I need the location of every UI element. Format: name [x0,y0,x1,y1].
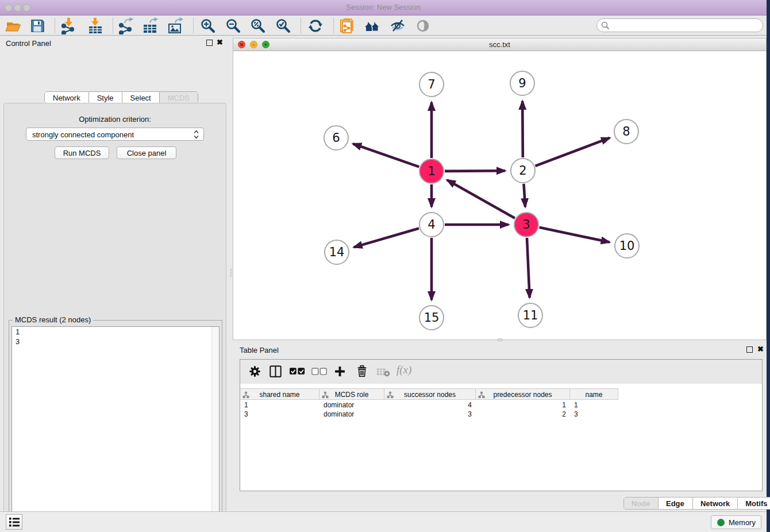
cell-successor_nodes[interactable]: 4 [384,400,476,410]
export-table-icon[interactable] [141,17,159,34]
edge-2-9[interactable] [522,101,523,157]
show-all-icon[interactable] [414,17,432,34]
cell-predecessor_nodes[interactable]: 1 [476,400,570,410]
result-scrollbar[interactable] [211,327,219,532]
cell-successor_nodes[interactable]: 3 [384,410,476,419]
mcds-result-textarea[interactable]: 13 [11,326,220,532]
table-close-icon[interactable]: ✖ [757,345,764,353]
memory-button[interactable]: Memory [711,515,761,529]
tab-network[interactable]: Network [45,92,89,103]
close-panel-icon[interactable]: ✖ [217,38,223,47]
graph-node-11[interactable]: 11 [518,303,542,327]
open-session-icon[interactable] [5,17,22,34]
hide-selected-icon[interactable] [389,17,406,34]
graph-node-4[interactable]: 4 [419,213,444,237]
cell-name[interactable]: 1 [570,400,618,410]
control-panel-tabs: NetworkStyleSelectMCDS [44,91,198,103]
horizontal-splitter-handle[interactable] [498,338,502,341]
optimization-criterion-dropdown[interactable]: strongly connected component [26,128,204,141]
column-header-shared_name[interactable]: shared name [240,389,319,399]
edge-3-10[interactable] [540,228,610,242]
cell-mcds_role[interactable]: dominator [319,410,384,419]
delete-table-icon[interactable] [376,368,390,379]
graph-node-7[interactable]: 7 [419,72,444,97]
close-panel-button[interactable]: Close panel [117,147,176,159]
graph-node-15[interactable]: 15 [419,306,444,330]
cell-shared_name[interactable]: 1 [240,400,319,410]
graph-node-10[interactable]: 10 [615,234,639,258]
cell-name[interactable]: 3 [570,410,618,419]
edge-3-1[interactable] [447,180,515,218]
split-columns-icon[interactable] [269,365,282,380]
mcds-tab-content: Optimization criterion: strongly connect… [3,103,226,532]
edge-3-11[interactable] [527,238,530,298]
add-column-icon[interactable] [333,365,346,380]
clone-network-icon[interactable] [339,17,356,34]
import-network-icon[interactable] [59,17,76,34]
tab-node-table[interactable]: Node Table [624,498,659,509]
edge-2-3[interactable] [523,184,525,207]
graph-node-9[interactable]: 9 [510,71,534,95]
column-header-predecessor_nodes[interactable]: predecessor nodes [476,389,570,399]
table-float-icon[interactable] [746,346,753,353]
edge-1-2[interactable] [445,171,505,171]
home-network-icon[interactable] [364,17,381,34]
zoom-out-icon[interactable] [225,17,242,34]
tab-mcds[interactable]: MCDS [160,92,198,103]
export-image-icon[interactable] [167,17,184,34]
column-header-successor_nodes[interactable]: successor nodes [384,389,476,399]
table-panel: Table Panel ✖ [233,342,767,511]
graph-node-14[interactable]: 14 [325,240,349,264]
edge-4-14[interactable] [354,228,419,247]
toolbar-separator [301,18,301,33]
column-header-mcds_role[interactable]: MCDS role [319,389,384,399]
edge-2-8[interactable] [536,138,610,166]
table-row[interactable]: 3dominator323 [240,410,618,419]
dropdown-value: strongly connected component [32,130,134,139]
graph-node-8[interactable]: 8 [614,119,638,144]
run-mcds-button[interactable]: Run MCDS [55,147,109,159]
network-view-window: ✕ − + scc.txt 7968124314101511 [233,38,767,340]
graph-node-6[interactable]: 6 [324,126,348,150]
tab-motifs[interactable]: Motifs [738,498,770,509]
tab-style[interactable]: Style [89,92,122,103]
search-icon [601,21,610,30]
function-builder-icon[interactable]: f(x) [396,364,411,376]
import-table-icon[interactable] [87,17,104,34]
graph-node-1[interactable]: 1 [419,159,444,183]
network-window-title: scc.txt [233,40,766,49]
zoom-selected-icon[interactable] [275,17,292,34]
dropdown-stepper-icon [194,129,199,142]
cell-mcds_role[interactable]: dominator [319,400,384,410]
svg-text:11: 11 [523,309,538,322]
toolbar-separator [193,18,194,33]
graph-node-2[interactable]: 2 [511,159,535,183]
deselect-all-columns-icon[interactable] [311,367,327,377]
network-window-titlebar: ✕ − + scc.txt [233,38,766,51]
zoom-in-icon[interactable] [199,17,217,34]
zoom-fit-icon[interactable] [249,17,267,34]
save-session-icon[interactable] [29,17,46,34]
panel-splitter-grip[interactable] [230,268,232,277]
cell-predecessor_nodes[interactable]: 2 [476,410,570,419]
select-all-columns-icon[interactable] [290,367,305,377]
search-field[interactable] [596,18,763,32]
table-row[interactable]: 1dominator411 [240,400,618,410]
apply-layout-icon[interactable] [307,17,324,34]
column-header-name[interactable]: name [570,389,618,399]
delete-column-trash-icon[interactable] [356,365,368,380]
float-panel-icon[interactable] [206,40,213,46]
table-settings-gear-icon[interactable] [248,365,261,380]
edge-1-6[interactable] [353,144,419,167]
cell-shared_name[interactable]: 3 [240,410,319,419]
network-canvas[interactable]: 7968124314101511 [233,51,766,340]
svg-text:9: 9 [518,76,526,90]
toolbar-separator [333,18,334,33]
task-history-button[interactable] [6,514,22,530]
export-network-icon[interactable] [117,17,134,34]
graph-node-3[interactable]: 3 [514,213,538,237]
tab-network-table[interactable]: Network Table [693,498,738,509]
search-input[interactable] [612,20,759,30]
tab-select[interactable]: Select [122,92,160,103]
tab-edge-table[interactable]: Edge Table [659,498,693,509]
